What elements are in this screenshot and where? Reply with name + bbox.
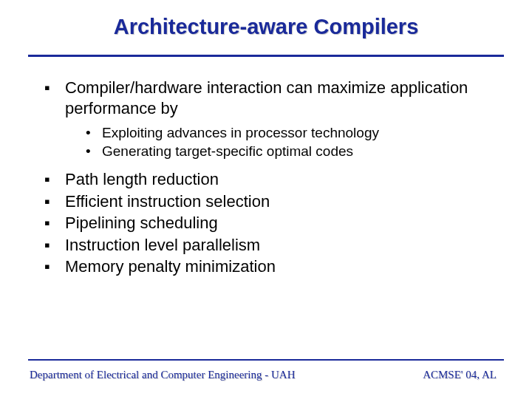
square-bullet-icon: ▪︎ (44, 213, 65, 233)
bullet-item: ▪︎ Memory penalty minimization (44, 256, 488, 277)
sub-bullet-text: Generating target-specific optimal codes (102, 143, 353, 161)
sub-bullet-text: Exploiting advances in processor technol… (102, 124, 379, 143)
content-area: ▪︎ Compiler/hardware interaction can max… (44, 78, 488, 279)
sub-bullet: • Exploiting advances in processor techn… (86, 124, 488, 143)
square-bullet-icon: ▪︎ (44, 78, 65, 98)
dot-bullet-icon: • (86, 143, 102, 161)
bullet-item: ▪︎ Efficient instruction selection (44, 191, 488, 212)
bullet-text: Pipelining scheduling (65, 213, 488, 233)
slide: Architecture-aware Compilers ▪︎ Compiler… (0, 0, 532, 399)
dot-bullet-icon: • (86, 124, 102, 143)
title-underline (28, 55, 504, 57)
square-bullet-icon: ▪︎ (44, 256, 65, 277)
bullet-item: ▪︎ Instruction level parallelism (44, 235, 488, 256)
sub-bullet: • Generating target-specific optimal cod… (86, 143, 488, 161)
bullet-text: Efficient instruction selection (65, 191, 488, 212)
bullet-text: Compiler/hardware interaction can maximi… (65, 78, 488, 118)
square-bullet-icon: ▪︎ (44, 169, 65, 190)
sublist: • Exploiting advances in processor techn… (86, 124, 488, 160)
footer-rule (28, 359, 504, 361)
bullet-item: ▪︎ Path length reduction (44, 169, 488, 190)
bullet-text: Path length reduction (65, 169, 488, 190)
footer-left: Department of Electrical and Computer En… (30, 369, 295, 381)
bullet-intro: ▪︎ Compiler/hardware interaction can max… (44, 78, 488, 118)
bullet-text: Memory penalty minimization (65, 256, 488, 277)
bullet-item: ▪︎ Pipelining scheduling (44, 213, 488, 233)
square-bullet-icon: ▪︎ (44, 191, 65, 212)
footer-right: ACMSE' 04, AL (423, 369, 497, 381)
bullet-text: Instruction level parallelism (65, 235, 488, 256)
slide-title: Architecture-aware Compilers (0, 15, 532, 39)
square-bullet-icon: ▪︎ (44, 235, 65, 256)
